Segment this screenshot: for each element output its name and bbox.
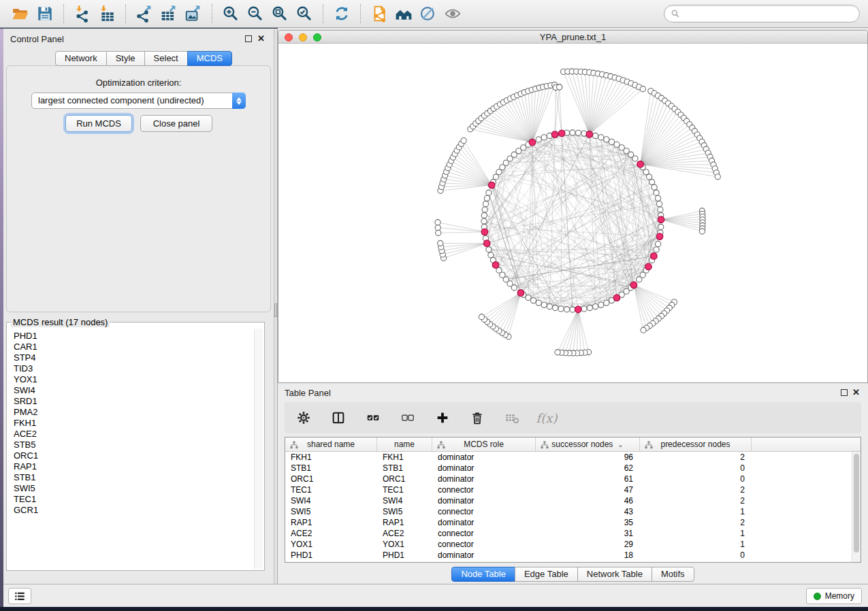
mcds-hub-node[interactable] <box>630 282 637 288</box>
mcds-node-item[interactable]: SRD1 <box>14 396 253 407</box>
splitter-grip[interactable] <box>274 303 277 317</box>
ring-node[interactable] <box>652 184 657 190</box>
memory-button[interactable]: Memory <box>806 588 862 604</box>
ring-node[interactable] <box>530 297 536 303</box>
mcds-hub-node[interactable] <box>637 161 644 168</box>
search-box[interactable] <box>664 5 860 22</box>
ring-node[interactable] <box>483 201 488 207</box>
apply-layout-refresh-button[interactable] <box>329 2 354 25</box>
ring-node[interactable] <box>488 252 494 258</box>
new-network-from-selection-button[interactable] <box>367 2 391 25</box>
mcds-node-item[interactable]: CAR1 <box>14 342 253 352</box>
tab-style[interactable]: Style <box>106 51 145 66</box>
mcds-hub-node[interactable] <box>517 290 524 297</box>
table-row[interactable]: SWI4SWI4dominator462 <box>285 495 861 506</box>
show-hidden-button[interactable] <box>440 2 465 25</box>
ring-node[interactable] <box>547 303 552 309</box>
table-scrollbar[interactable] <box>852 452 861 562</box>
column-header-successor-nodes[interactable]: successor nodes⌄ <box>536 437 640 451</box>
mcds-hub-node[interactable] <box>613 295 620 301</box>
hide-selected-button[interactable] <box>416 2 440 25</box>
mcds-hub-node[interactable] <box>651 253 658 260</box>
mcds-hub-node[interactable] <box>656 233 663 240</box>
select-all-columns-button[interactable] <box>365 410 381 426</box>
mcds-node-item[interactable]: TID3 <box>14 363 253 374</box>
close-table-panel-icon[interactable]: ✕ <box>852 387 860 397</box>
mcds-hub-node[interactable] <box>658 216 664 223</box>
mcds-node-item[interactable]: PHD1 <box>14 331 253 342</box>
mcds-list-scrollbar[interactable] <box>254 329 263 569</box>
ring-node[interactable] <box>646 174 652 180</box>
column-header-shared-name[interactable]: shared name <box>285 437 377 451</box>
mcds-node-item[interactable]: TEC1 <box>14 494 253 505</box>
ring-node[interactable] <box>658 224 664 229</box>
satellite-node[interactable] <box>715 174 720 180</box>
ring-node[interactable] <box>658 207 663 212</box>
table-scrollbar-thumb[interactable] <box>854 454 859 552</box>
mcds-node-item[interactable]: SWI5 <box>14 483 253 494</box>
ring-node[interactable] <box>593 303 598 309</box>
satellite-node[interactable] <box>435 225 440 230</box>
mcds-node-item[interactable]: STB1 <box>14 472 253 483</box>
ring-node[interactable] <box>553 305 558 310</box>
mcds-result-list[interactable]: PHD1CAR1STP4TID3YOX1SWI4SRD1PMA2FKH1ACE2… <box>7 329 253 569</box>
ring-node[interactable] <box>649 179 654 184</box>
tab-network[interactable]: Network <box>55 51 107 66</box>
mcds-node-item[interactable]: STB5 <box>14 440 253 450</box>
mcds-hub-node[interactable] <box>575 306 581 313</box>
mcds-hub-node[interactable] <box>488 182 495 188</box>
table-settings-button[interactable] <box>295 410 312 426</box>
satellite-node[interactable] <box>699 229 705 234</box>
export-network-button[interactable] <box>132 2 157 25</box>
ring-node[interactable] <box>609 139 614 144</box>
satellite-node[interactable] <box>640 86 645 92</box>
mcds-hub-node[interactable] <box>483 240 490 247</box>
mcds-node-item[interactable]: STP4 <box>14 352 253 363</box>
mcds-node-item[interactable]: SWI4 <box>14 385 253 396</box>
zoom-selected-button[interactable] <box>292 2 317 25</box>
network-window-titlebar[interactable]: YPA_prune.txt_1 <box>278 31 867 44</box>
mcds-node-item[interactable]: ORC1 <box>14 450 253 461</box>
ring-node[interactable] <box>481 218 487 224</box>
close-panel-icon[interactable]: ✕ <box>257 33 265 44</box>
export-table-button[interactable] <box>157 2 181 25</box>
ring-node[interactable] <box>558 306 564 312</box>
zoom-out-button[interactable] <box>243 2 268 25</box>
satellite-node[interactable] <box>436 230 441 235</box>
add-column-button[interactable] <box>434 410 451 426</box>
table-row[interactable]: PHD1PHD1dominator180 <box>285 550 861 561</box>
satellite-node[interactable] <box>479 314 484 320</box>
tab-select[interactable]: Select <box>144 51 188 66</box>
ring-node[interactable] <box>632 156 638 161</box>
mcds-hub-node[interactable] <box>558 130 565 137</box>
ring-node[interactable] <box>655 242 660 247</box>
ring-node[interactable] <box>655 195 660 201</box>
ring-node[interactable] <box>536 137 541 142</box>
zoom-in-button[interactable] <box>219 2 243 25</box>
ring-node[interactable] <box>481 212 487 218</box>
table-row[interactable]: SWI5SWI5connector431 <box>285 506 861 517</box>
ring-node[interactable] <box>598 135 604 140</box>
mcds-node-item[interactable]: FKH1 <box>14 418 253 429</box>
mcds-hub-node[interactable] <box>492 262 499 269</box>
satellite-node[interactable] <box>435 220 440 225</box>
mcds-node-item[interactable]: ACE2 <box>14 429 253 440</box>
ring-node[interactable] <box>541 302 547 308</box>
import-table-from-file-button[interactable] <box>95 2 119 25</box>
mcds-hub-node[interactable] <box>481 229 488 235</box>
run-mcds-button[interactable]: Run MCDS <box>65 115 132 132</box>
mcds-hub-node[interactable] <box>551 131 558 138</box>
mcds-node-item[interactable]: RAP1 <box>14 461 253 472</box>
open-session-button[interactable] <box>8 2 33 25</box>
deselect-all-columns-button[interactable] <box>400 410 416 426</box>
mcds-hub-node[interactable] <box>586 131 593 138</box>
ring-node[interactable] <box>593 133 598 138</box>
delete-columns-button[interactable] <box>469 410 485 426</box>
float-table-panel-icon[interactable] <box>841 389 848 396</box>
search-input[interactable] <box>680 7 859 20</box>
column-header-MCDS-role[interactable]: MCDS role <box>432 437 536 451</box>
ring-node[interactable] <box>541 135 547 140</box>
tab-motifs[interactable]: Motifs <box>652 567 694 582</box>
ring-node[interactable] <box>587 305 592 310</box>
table-row[interactable]: FKH1FKH1dominator962 <box>285 452 861 463</box>
